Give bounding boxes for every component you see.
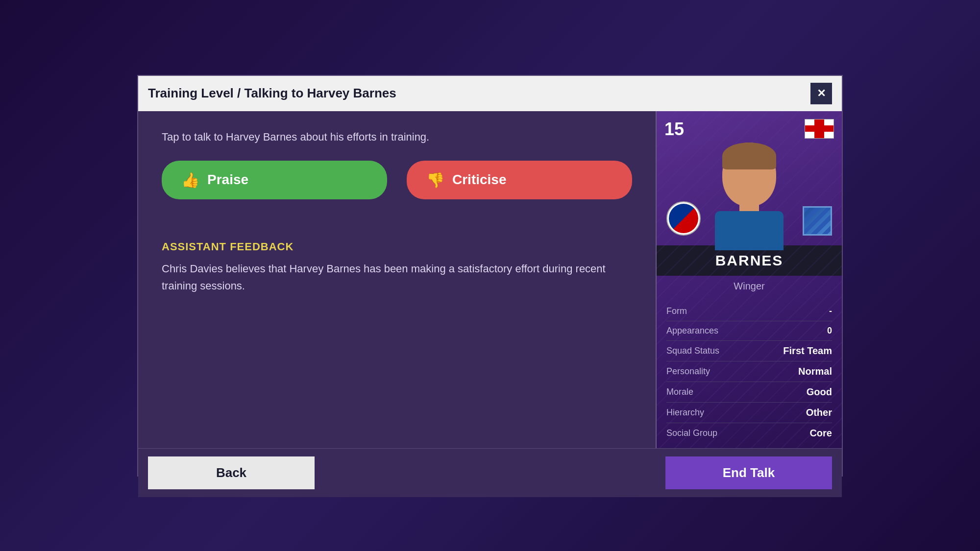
appearances-label: Appearances xyxy=(666,326,718,336)
player-position: Winger xyxy=(657,276,842,297)
background: Training Level / Talking to Harvey Barne… xyxy=(0,0,980,551)
morale-label: Morale xyxy=(666,387,693,397)
praise-icon: 👍 xyxy=(181,171,199,189)
squad-status-value: First Team xyxy=(783,345,832,357)
squad-status-label: Squad Status xyxy=(666,346,719,356)
modal-body: Tap to talk to Harvey Barnes about his e… xyxy=(138,111,842,448)
morale-value: Good xyxy=(807,386,832,398)
back-button[interactable]: Back xyxy=(148,456,315,489)
criticise-icon: 👎 xyxy=(426,171,444,189)
social-group-value: Core xyxy=(809,428,832,439)
player-silhouette xyxy=(700,138,798,245)
england-flag xyxy=(805,119,834,139)
action-buttons: 👍 Praise 👎 Criticise xyxy=(162,161,632,199)
hierarchy-label: Hierarchy xyxy=(666,407,704,418)
stat-row-social-group: Social Group Core xyxy=(666,423,832,443)
club-badge xyxy=(666,201,701,236)
stat-row-form: Form - xyxy=(666,302,832,321)
modal-footer: Back End Talk xyxy=(138,448,842,497)
player-head xyxy=(722,143,776,206)
player-hair xyxy=(722,143,776,169)
assistant-feedback-text: Chris Davies believes that Harvey Barnes… xyxy=(162,260,632,294)
stat-row-morale: Morale Good xyxy=(666,382,832,403)
praise-button[interactable]: 👍 Praise xyxy=(162,161,387,199)
modal: Training Level / Talking to Harvey Barne… xyxy=(137,75,843,477)
stat-row-hierarchy: Hierarchy Other xyxy=(666,403,832,423)
assistant-feedback-section: ASSISTANT FEEDBACK Chris Davies believes… xyxy=(162,240,632,294)
social-group-label: Social Group xyxy=(666,428,717,438)
personality-value: Normal xyxy=(798,366,832,377)
hierarchy-value: Other xyxy=(806,407,832,418)
club-badge-inner xyxy=(669,204,698,233)
close-button[interactable]: ✕ xyxy=(810,83,832,104)
left-panel: Tap to talk to Harvey Barnes about his e… xyxy=(138,111,656,448)
form-label: Form xyxy=(666,306,687,316)
position-badge xyxy=(803,206,832,236)
stat-row-appearances: Appearances 0 xyxy=(666,321,832,341)
player-name: BARNES xyxy=(663,252,835,269)
criticise-button[interactable]: 👎 Criticise xyxy=(407,161,632,199)
appearances-value: 0 xyxy=(827,326,832,336)
end-talk-button[interactable]: End Talk xyxy=(665,456,832,489)
player-image-area xyxy=(657,147,842,245)
player-stats: Form - Appearances 0 Squad Status First … xyxy=(657,297,842,448)
player-neck xyxy=(739,197,759,212)
stat-row-squad-status: Squad Status First Team xyxy=(666,341,832,361)
intro-text: Tap to talk to Harvey Barnes about his e… xyxy=(162,129,632,145)
modal-header: Training Level / Talking to Harvey Barne… xyxy=(138,76,842,111)
player-shirt xyxy=(715,211,784,250)
player-number: 15 xyxy=(664,119,684,140)
praise-label: Praise xyxy=(207,172,248,188)
criticise-label: Criticise xyxy=(452,172,507,188)
form-value: - xyxy=(829,306,832,316)
stat-row-personality: Personality Normal xyxy=(666,361,832,382)
assistant-feedback-title: ASSISTANT FEEDBACK xyxy=(162,240,632,253)
player-card: 15 xyxy=(656,111,842,448)
modal-title: Training Level / Talking to Harvey Barne… xyxy=(148,86,396,101)
personality-label: Personality xyxy=(666,366,710,377)
position-stripes xyxy=(803,206,832,236)
